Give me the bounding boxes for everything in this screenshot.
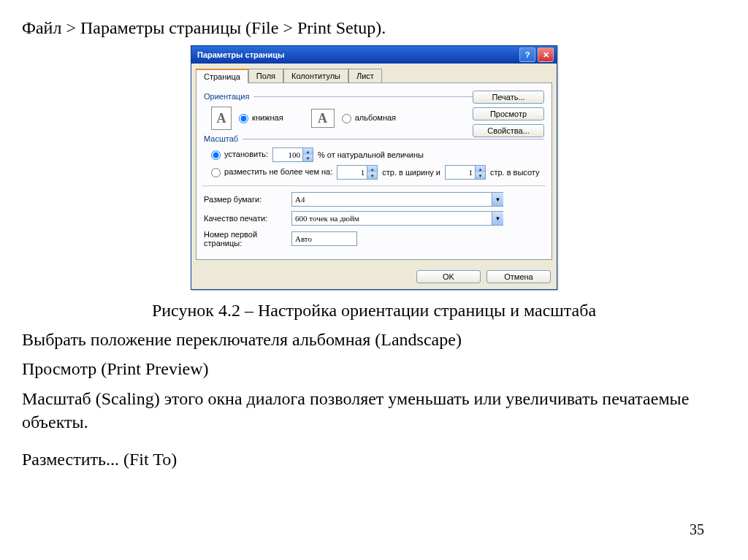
print-button[interactable]: Печать... <box>473 91 544 104</box>
print-quality-combo[interactable]: 600 точек на дюйм ▼ <box>291 211 503 226</box>
page-setup-dialog: Параметры страницы ? ✕ Страница Поля Кол… <box>191 45 557 290</box>
side-buttons: Печать... Просмотр Свойства... <box>473 91 544 137</box>
menu-path-text: Файл > Параметры страницы (File > Print … <box>22 18 726 38</box>
first-page-label: Номер первой страницы: <box>204 230 291 248</box>
ok-button[interactable]: OK <box>416 270 481 283</box>
figure-caption: Рисунок 4.2 – Настройка ориентации стран… <box>22 301 726 321</box>
titlebar: Параметры страницы ? ✕ <box>191 46 557 64</box>
tab-margins[interactable]: Поля <box>248 69 283 83</box>
chevron-down-icon: ▼ <box>492 212 503 225</box>
landscape-radio[interactable]: альбомная <box>342 113 396 123</box>
tab-sheet[interactable]: Лист <box>348 69 382 83</box>
body-text: Выбрать положение переключателя альбомна… <box>22 328 726 351</box>
fit-suffix-text: стр. в высоту <box>490 168 540 177</box>
scale-fit-radio[interactable]: разместить не более чем на: <box>211 167 332 177</box>
tab-strip: Страница Поля Колонтитулы Лист <box>191 64 557 83</box>
tab-page[interactable]: Страница <box>196 69 248 83</box>
divider <box>243 139 544 139</box>
tab-headers[interactable]: Колонтитулы <box>283 69 348 83</box>
first-page-input[interactable]: Авто <box>291 231 357 246</box>
fit-height-spinner[interactable]: ▲▼ <box>445 165 486 180</box>
spinner-down-icon[interactable]: ▼ <box>367 172 377 179</box>
dialog-footer: OK Отмена <box>191 264 557 289</box>
fit-width-spinner[interactable]: ▲▼ <box>337 165 378 180</box>
preview-button[interactable]: Просмотр <box>473 107 544 120</box>
cancel-button[interactable]: Отмена <box>486 270 551 283</box>
spinner-down-icon[interactable]: ▼ <box>475 172 485 179</box>
spinner-down-icon[interactable]: ▼ <box>302 155 313 161</box>
body-text: Разместить... (Fit To) <box>22 448 726 471</box>
fit-mid-text: стр. в ширину и <box>382 168 440 177</box>
spinner-up-icon[interactable]: ▲ <box>367 166 377 172</box>
dialog-container: Параметры страницы ? ✕ Страница Поля Кол… <box>22 45 726 290</box>
scale-label: Масштаб <box>204 134 238 143</box>
spinner-up-icon[interactable]: ▲ <box>302 148 313 155</box>
portrait-icon: A <box>211 107 232 130</box>
spinner-up-icon[interactable]: ▲ <box>475 166 485 172</box>
body-text: Масштаб (Scaling) этого окна диалога поз… <box>22 387 726 434</box>
tab-panel: Печать... Просмотр Свойства... Ориентаци… <box>196 83 552 260</box>
separator <box>202 185 546 186</box>
paper-size-label: Размер бумаги: <box>204 195 291 204</box>
scale-block: установить: ▲▼ % от натуральной величины… <box>211 147 544 180</box>
dialog-title: Параметры страницы <box>197 50 517 59</box>
options-button[interactable]: Свойства... <box>473 124 544 137</box>
close-button[interactable]: ✕ <box>538 47 554 62</box>
landscape-icon: A <box>311 109 335 128</box>
help-button[interactable]: ? <box>519 47 535 62</box>
percent-suffix: % от натуральной величины <box>318 150 424 159</box>
body-text: Просмотр (Print Preview) <box>22 357 726 380</box>
scale-set-radio[interactable]: установить: <box>211 150 268 160</box>
chevron-down-icon: ▼ <box>492 193 503 206</box>
quality-label: Качество печати: <box>204 214 291 223</box>
orientation-label: Ориентация <box>204 92 249 101</box>
portrait-radio[interactable]: книжная <box>239 113 283 123</box>
paper-size-combo[interactable]: A4 ▼ <box>291 192 503 207</box>
percent-spinner[interactable]: ▲▼ <box>272 147 313 162</box>
